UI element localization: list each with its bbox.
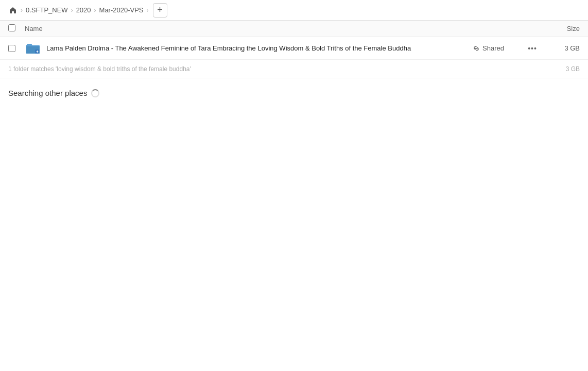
home-icon — [8, 6, 18, 15]
breadcrumb-sep-2: › — [71, 7, 73, 14]
link-icon — [473, 45, 480, 52]
name-column-header: Name — [25, 25, 539, 32]
column-headers: Name Size — [0, 21, 588, 37]
info-row: 1 folder matches 'loving wisdom & bold t… — [0, 60, 588, 78]
size-column-header: Size — [539, 25, 580, 32]
breadcrumb-sep-4: › — [147, 7, 149, 14]
shared-label: Shared — [482, 44, 504, 52]
more-options-button[interactable]: ••• — [525, 41, 540, 56]
searching-label: Searching other places — [8, 89, 87, 97]
breadcrumb-sftp[interactable]: 0.SFTP_NEW — [24, 5, 70, 15]
breadcrumb-mar-label: Mar-2020-VPS — [99, 6, 144, 14]
file-name: Lama Palden Drolma - The Awakened Femini… — [46, 44, 473, 52]
breadcrumb-mar[interactable]: Mar-2020-VPS — [97, 5, 146, 15]
breadcrumb-sep-3: › — [94, 7, 96, 14]
match-info-size: 3 GB — [544, 65, 580, 73]
select-all-checkbox[interactable] — [8, 24, 21, 33]
loading-spinner — [91, 89, 99, 97]
more-dots-icon: ••• — [528, 44, 537, 53]
file-size: 3 GB — [544, 44, 580, 52]
match-info-text: 1 folder matches 'loving wisdom & bold t… — [8, 65, 544, 73]
add-button[interactable]: + — [153, 3, 167, 18]
file-row[interactable]: Lama Palden Drolma - The Awakened Femini… — [0, 37, 588, 60]
breadcrumb-2020-label: 2020 — [76, 6, 91, 14]
shared-badge: Shared — [473, 44, 519, 52]
breadcrumb-sftp-label: 0.SFTP_NEW — [26, 6, 68, 14]
folder-icon — [25, 40, 41, 57]
breadcrumb-home[interactable] — [6, 5, 20, 16]
row-checkbox[interactable] — [8, 45, 21, 52]
breadcrumb-2020[interactable]: 2020 — [74, 5, 93, 15]
breadcrumb-sep-1: › — [21, 7, 23, 14]
searching-section: Searching other places — [0, 78, 588, 102]
toolbar: › 0.SFTP_NEW › 2020 › Mar-2020-VPS › + — [0, 0, 588, 21]
